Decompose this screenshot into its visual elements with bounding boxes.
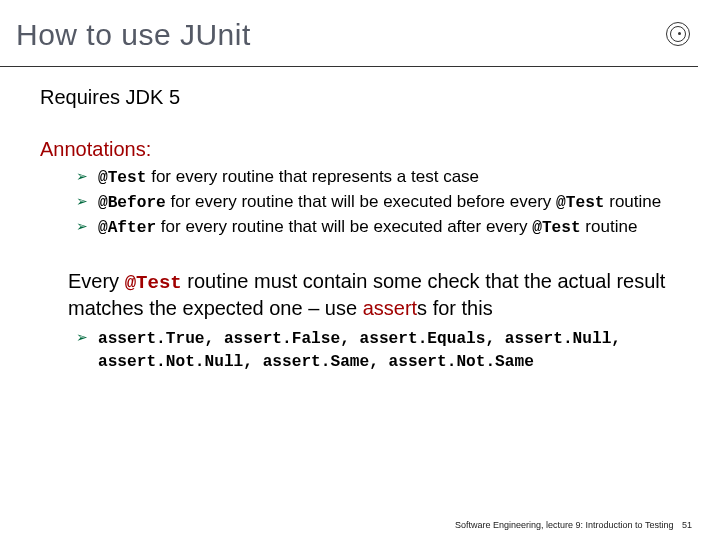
code-annotation: @Test	[556, 194, 604, 212]
code-annotation: @Test	[125, 272, 182, 294]
slide-content: Requires JDK 5 Annotations: @Test for ev…	[0, 67, 720, 373]
slide-title: How to use JUnit	[0, 0, 698, 67]
page-number: 51	[682, 520, 692, 530]
assert-list: assert.True, assert.False, assert.Equals…	[40, 327, 680, 373]
annotations-heading: Annotations:	[40, 137, 680, 163]
list-item: @Test for every routine that represents …	[98, 166, 680, 189]
list-item: @Before for every routine that will be e…	[98, 191, 680, 214]
code-annotation: @Test	[532, 219, 580, 237]
list-item: assert.True, assert.False, assert.Equals…	[98, 327, 680, 373]
code-annotation: @Test	[98, 169, 146, 187]
list-item: @After for every routine that will be ex…	[98, 216, 680, 239]
slide-footer: Software Engineering, lecture 9: Introdu…	[455, 520, 692, 530]
body-paragraph: Every @Test routine must contain some ch…	[40, 269, 680, 321]
requires-line: Requires JDK 5	[40, 85, 680, 111]
code-annotation: @After	[98, 219, 156, 237]
code-annotation: @Before	[98, 194, 166, 212]
slide-logo	[666, 22, 690, 46]
annotations-list: @Test for every routine that represents …	[40, 166, 680, 239]
